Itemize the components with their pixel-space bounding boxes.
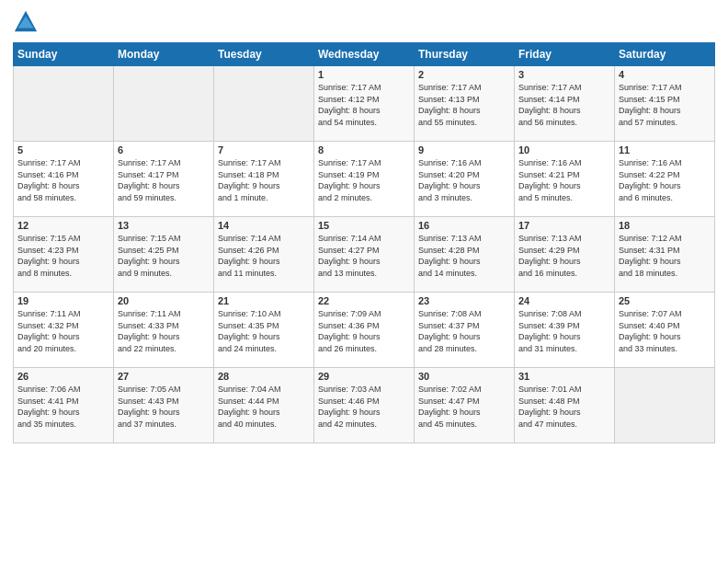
calendar-cell (214, 66, 314, 142)
calendar-cell: 19Sunrise: 7:11 AM Sunset: 4:32 PM Dayli… (14, 293, 114, 368)
weekday-header: Tuesday (214, 43, 314, 66)
day-number: 31 (518, 371, 610, 382)
calendar-cell (14, 66, 114, 142)
day-info: Sunrise: 7:17 AM Sunset: 4:17 PM Dayligh… (118, 157, 210, 203)
day-info: Sunrise: 7:11 AM Sunset: 4:33 PM Dayligh… (118, 308, 210, 354)
day-number: 7 (218, 144, 310, 155)
day-info: Sunrise: 7:17 AM Sunset: 4:12 PM Dayligh… (318, 82, 410, 128)
calendar-cell: 17Sunrise: 7:13 AM Sunset: 4:29 PM Dayli… (515, 217, 615, 293)
calendar-cell: 5Sunrise: 7:17 AM Sunset: 4:16 PM Daylig… (14, 142, 114, 217)
day-info: Sunrise: 7:17 AM Sunset: 4:16 PM Dayligh… (17, 157, 109, 203)
calendar-cell: 21Sunrise: 7:10 AM Sunset: 4:35 PM Dayli… (214, 293, 314, 368)
calendar-cell: 9Sunrise: 7:16 AM Sunset: 4:20 PM Daylig… (415, 142, 515, 217)
calendar-cell: 16Sunrise: 7:13 AM Sunset: 4:28 PM Dayli… (415, 217, 515, 293)
day-info: Sunrise: 7:16 AM Sunset: 4:22 PM Dayligh… (619, 157, 711, 203)
weekday-header: Monday (114, 43, 214, 66)
calendar-cell: 18Sunrise: 7:12 AM Sunset: 4:31 PM Dayli… (615, 217, 715, 293)
calendar-cell: 14Sunrise: 7:14 AM Sunset: 4:26 PM Dayli… (214, 217, 314, 293)
weekday-header: Wednesday (314, 43, 415, 66)
day-number: 12 (17, 220, 109, 231)
day-info: Sunrise: 7:03 AM Sunset: 4:46 PM Dayligh… (318, 384, 410, 430)
calendar-cell: 1Sunrise: 7:17 AM Sunset: 4:12 PM Daylig… (314, 66, 415, 142)
page-container: SundayMondayTuesdayWednesdayThursdayFrid… (0, 0, 728, 563)
day-number: 20 (118, 295, 210, 306)
calendar-table: SundayMondayTuesdayWednesdayThursdayFrid… (13, 42, 715, 443)
day-number: 14 (218, 220, 310, 231)
day-number: 5 (17, 144, 109, 155)
calendar-cell: 3Sunrise: 7:17 AM Sunset: 4:14 PM Daylig… (515, 66, 615, 142)
day-number: 29 (318, 371, 410, 382)
calendar-cell: 24Sunrise: 7:08 AM Sunset: 4:39 PM Dayli… (515, 293, 615, 368)
day-info: Sunrise: 7:08 AM Sunset: 4:39 PM Dayligh… (518, 308, 610, 354)
calendar-cell: 28Sunrise: 7:04 AM Sunset: 4:44 PM Dayli… (214, 368, 314, 443)
calendar-cell: 6Sunrise: 7:17 AM Sunset: 4:17 PM Daylig… (114, 142, 214, 217)
calendar-cell: 8Sunrise: 7:17 AM Sunset: 4:19 PM Daylig… (314, 142, 415, 217)
calendar-cell: 11Sunrise: 7:16 AM Sunset: 4:22 PM Dayli… (615, 142, 715, 217)
calendar-cell: 13Sunrise: 7:15 AM Sunset: 4:25 PM Dayli… (114, 217, 214, 293)
day-number: 13 (118, 220, 210, 231)
calendar-cell: 7Sunrise: 7:17 AM Sunset: 4:18 PM Daylig… (214, 142, 314, 217)
day-info: Sunrise: 7:10 AM Sunset: 4:35 PM Dayligh… (218, 308, 310, 354)
calendar-cell (114, 66, 214, 142)
calendar-cell: 2Sunrise: 7:17 AM Sunset: 4:13 PM Daylig… (415, 66, 515, 142)
header (13, 9, 715, 35)
calendar-cell: 30Sunrise: 7:02 AM Sunset: 4:47 PM Dayli… (415, 368, 515, 443)
calendar-week-row: 26Sunrise: 7:06 AM Sunset: 4:41 PM Dayli… (14, 368, 715, 443)
calendar-cell: 4Sunrise: 7:17 AM Sunset: 4:15 PM Daylig… (615, 66, 715, 142)
day-info: Sunrise: 7:01 AM Sunset: 4:48 PM Dayligh… (518, 384, 610, 430)
day-number: 25 (619, 295, 711, 306)
day-info: Sunrise: 7:14 AM Sunset: 4:26 PM Dayligh… (218, 233, 310, 279)
day-number: 11 (619, 144, 711, 155)
day-info: Sunrise: 7:09 AM Sunset: 4:36 PM Dayligh… (318, 308, 410, 354)
day-number: 19 (17, 295, 109, 306)
weekday-header: Thursday (415, 43, 515, 66)
calendar-cell: 31Sunrise: 7:01 AM Sunset: 4:48 PM Dayli… (515, 368, 615, 443)
day-number: 21 (218, 295, 310, 306)
day-number: 2 (418, 69, 510, 80)
day-info: Sunrise: 7:05 AM Sunset: 4:43 PM Dayligh… (118, 384, 210, 430)
day-info: Sunrise: 7:08 AM Sunset: 4:37 PM Dayligh… (418, 308, 510, 354)
calendar-cell: 10Sunrise: 7:16 AM Sunset: 4:21 PM Dayli… (515, 142, 615, 217)
day-number: 3 (518, 69, 610, 80)
day-number: 24 (518, 295, 610, 306)
day-number: 10 (518, 144, 610, 155)
calendar-week-row: 19Sunrise: 7:11 AM Sunset: 4:32 PM Dayli… (14, 293, 715, 368)
calendar-cell: 20Sunrise: 7:11 AM Sunset: 4:33 PM Dayli… (114, 293, 214, 368)
day-number: 4 (619, 69, 711, 80)
day-info: Sunrise: 7:17 AM Sunset: 4:13 PM Dayligh… (418, 82, 510, 128)
day-info: Sunrise: 7:17 AM Sunset: 4:14 PM Dayligh… (518, 82, 610, 128)
day-info: Sunrise: 7:17 AM Sunset: 4:18 PM Dayligh… (218, 157, 310, 203)
day-number: 18 (619, 220, 711, 231)
day-number: 16 (418, 220, 510, 231)
calendar-cell (615, 368, 715, 443)
calendar-cell: 27Sunrise: 7:05 AM Sunset: 4:43 PM Dayli… (114, 368, 214, 443)
day-info: Sunrise: 7:15 AM Sunset: 4:23 PM Dayligh… (17, 233, 109, 279)
day-number: 27 (118, 371, 210, 382)
day-info: Sunrise: 7:13 AM Sunset: 4:29 PM Dayligh… (518, 233, 610, 279)
calendar-cell: 29Sunrise: 7:03 AM Sunset: 4:46 PM Dayli… (314, 368, 415, 443)
day-number: 17 (518, 220, 610, 231)
weekday-header: Friday (515, 43, 615, 66)
weekday-header: Saturday (615, 43, 715, 66)
day-number: 8 (318, 144, 410, 155)
day-number: 9 (418, 144, 510, 155)
day-info: Sunrise: 7:12 AM Sunset: 4:31 PM Dayligh… (619, 233, 711, 279)
day-number: 28 (218, 371, 310, 382)
day-info: Sunrise: 7:16 AM Sunset: 4:20 PM Dayligh… (418, 157, 510, 203)
calendar-cell: 15Sunrise: 7:14 AM Sunset: 4:27 PM Dayli… (314, 217, 415, 293)
day-number: 26 (17, 371, 109, 382)
day-number: 6 (118, 144, 210, 155)
day-info: Sunrise: 7:02 AM Sunset: 4:47 PM Dayligh… (418, 384, 510, 430)
day-number: 23 (418, 295, 510, 306)
day-info: Sunrise: 7:04 AM Sunset: 4:44 PM Dayligh… (218, 384, 310, 430)
day-info: Sunrise: 7:14 AM Sunset: 4:27 PM Dayligh… (318, 233, 410, 279)
day-number: 22 (318, 295, 410, 306)
weekday-header-row: SundayMondayTuesdayWednesdayThursdayFrid… (14, 43, 715, 66)
calendar-week-row: 12Sunrise: 7:15 AM Sunset: 4:23 PM Dayli… (14, 217, 715, 293)
weekday-header: Sunday (14, 43, 114, 66)
day-info: Sunrise: 7:07 AM Sunset: 4:40 PM Dayligh… (619, 308, 711, 354)
day-info: Sunrise: 7:06 AM Sunset: 4:41 PM Dayligh… (17, 384, 109, 430)
day-number: 15 (318, 220, 410, 231)
logo (13, 9, 42, 35)
day-info: Sunrise: 7:17 AM Sunset: 4:15 PM Dayligh… (619, 82, 711, 128)
